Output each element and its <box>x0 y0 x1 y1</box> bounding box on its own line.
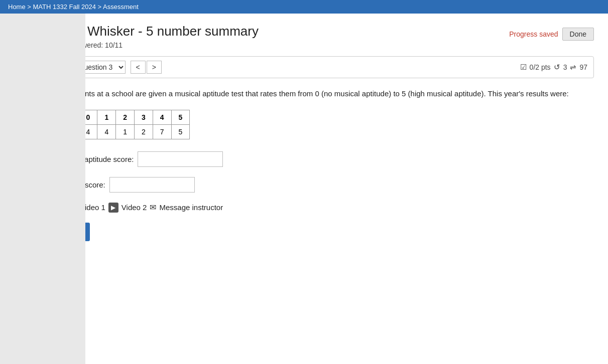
table-cell-3: 2 <box>134 124 153 139</box>
help-row: Question Help: ▶ Video 1 ▶ Video 2 ✉ Mes… <box>14 203 594 213</box>
retry-icon: ↺ <box>554 63 560 72</box>
median-input[interactable] <box>109 177 195 193</box>
message-instructor-link[interactable]: Message instructor <box>159 203 223 212</box>
video2-label: Video 2 <box>121 203 147 212</box>
mean-input-row: The average (mean) aptitude score: <box>14 151 594 167</box>
prev-arrow-button[interactable]: < <box>131 61 146 74</box>
table-cell-1: 4 <box>97 124 116 139</box>
breadcrumb: Home > MATH 1332 Fall 2024 > Assessment <box>0 0 608 14</box>
retry-count: 3 <box>563 63 567 71</box>
next-arrow-button[interactable]: > <box>147 61 162 74</box>
question-nav: Question 3 Question 3 < > ☑ 0/2 pts ↺ 3 … <box>14 56 594 78</box>
progress-saved-text: Progress saved <box>509 30 558 38</box>
points-text: 0/2 pts <box>530 63 551 71</box>
video2-icon: ▶ <box>108 203 118 213</box>
header-right: Progress saved Done <box>509 24 594 41</box>
table-header-3: 3 <box>134 110 153 124</box>
median-input-row: The median aptitude score: <box>14 177 594 193</box>
content-area: 2.4 Box and Whisker - 5 number summary S… <box>0 14 608 364</box>
nav-arrows: < > <box>131 61 162 74</box>
header-row: 2.4 Box and Whisker - 5 number summary S… <box>14 24 594 49</box>
percent-text: 97 <box>579 63 587 71</box>
breadcrumb-text: Home > MATH 1332 Fall 2024 > Assessment <box>8 3 139 11</box>
table-header-1: 1 <box>97 110 116 124</box>
question-nav-right: ☑ 0/2 pts ↺ 3 ⇌ 97 <box>520 63 587 72</box>
video2-link[interactable]: Video 2 <box>121 203 147 212</box>
points-icon: ☑ <box>520 63 527 72</box>
mean-input[interactable] <box>138 151 223 167</box>
table-header-4: 4 <box>153 110 171 124</box>
table-cell-5: 5 <box>171 124 190 139</box>
mail-icon: ✉ <box>150 203 156 212</box>
sync-icon: ⇌ <box>570 63 576 72</box>
message-instructor-label: Message instructor <box>159 203 223 212</box>
table-cell-2: 1 <box>116 124 135 139</box>
left-sidebar <box>0 14 85 364</box>
question-body-text: Every year, the students at a school are… <box>14 88 594 100</box>
table-header-5: 5 <box>171 110 190 124</box>
table-cell-4: 7 <box>153 124 171 139</box>
table-header-2: 2 <box>116 110 135 124</box>
done-button[interactable]: Done <box>562 28 594 41</box>
